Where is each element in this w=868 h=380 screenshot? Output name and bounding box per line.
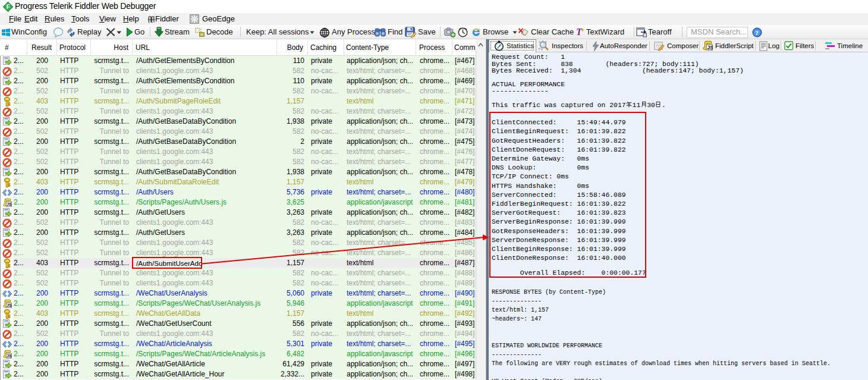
svg-text:?: ?: [755, 29, 759, 36]
svg-text:T: T: [576, 27, 583, 37]
svg-text:JS: JS: [707, 45, 713, 51]
svg-text:F: F: [7, 4, 10, 10]
